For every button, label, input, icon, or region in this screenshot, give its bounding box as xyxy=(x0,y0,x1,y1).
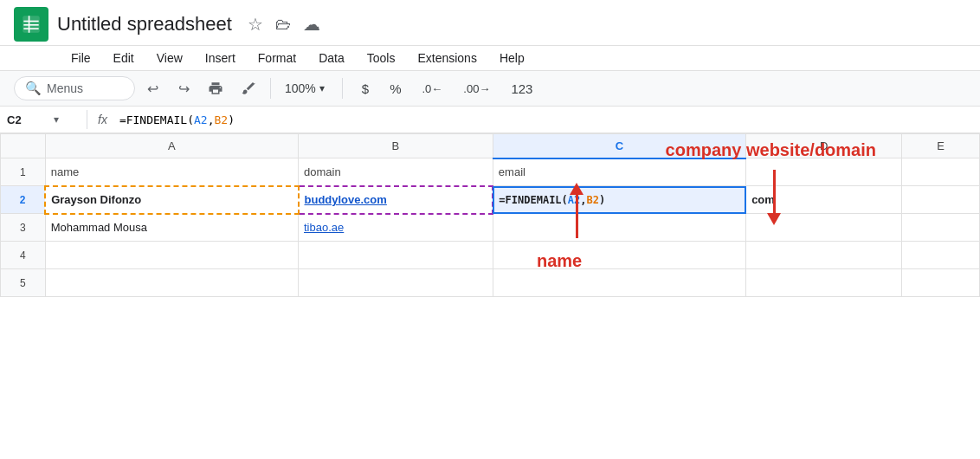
cell-reference-box[interactable]: C2 ▾ xyxy=(7,113,76,126)
app-icon xyxy=(14,7,48,42)
cell-A4[interactable] xyxy=(45,242,298,269)
cell-B3[interactable]: tibao.ae xyxy=(299,214,493,242)
decimal-decrease-button[interactable]: .0← xyxy=(414,79,452,99)
formula-bar: C2 ▾ fx =FINDEMAIL(A2,B2) xyxy=(0,107,980,133)
table-row: 3 Mohammad Mousa tibao.ae xyxy=(1,214,980,242)
search-menus-label: Menus xyxy=(47,81,83,95)
table-row: 2 Grayson Difonzo buddylove.com =FINDEMA… xyxy=(1,186,980,214)
toolbar: 🔍 Menus ↩ ↪ 100% ▾ $ % .0← .00→ 123 xyxy=(0,70,980,107)
cell-D3[interactable] xyxy=(746,214,902,242)
fx-label: fx xyxy=(98,113,107,126)
redo-button[interactable]: ↪ xyxy=(170,77,197,100)
menu-edit[interactable]: Edit xyxy=(103,48,145,68)
cell-D1[interactable] xyxy=(746,158,902,186)
row-num-4: 4 xyxy=(1,242,46,269)
star-icon[interactable]: ☆ xyxy=(248,14,263,35)
row-num-3: 3 xyxy=(1,214,46,242)
app-title: Untitled spreadsheet xyxy=(57,13,232,36)
table-row: 5 xyxy=(1,269,980,297)
print-button[interactable] xyxy=(201,77,230,100)
svg-rect-2 xyxy=(23,24,38,26)
zoom-value: 100% xyxy=(285,81,316,95)
menu-extensions[interactable]: Extensions xyxy=(407,48,487,68)
cell-ref-value: C2 xyxy=(7,113,50,126)
formula-inline-B2: B2 xyxy=(587,194,599,206)
cell-E1[interactable] xyxy=(902,158,980,186)
menu-tools[interactable]: Tools xyxy=(357,48,406,68)
cell-B5[interactable] xyxy=(299,269,493,297)
formula-bar-separator xyxy=(87,110,87,129)
cell-C4[interactable] xyxy=(493,242,745,269)
svg-rect-4 xyxy=(29,16,30,33)
menu-bar: File Edit View Insert Format Data Tools … xyxy=(0,46,980,70)
cell-B4[interactable] xyxy=(299,242,493,269)
toolbar-separator-1 xyxy=(270,78,271,99)
menu-format[interactable]: Format xyxy=(248,48,306,68)
cloud-icon[interactable]: ☁ xyxy=(303,14,320,35)
svg-rect-1 xyxy=(23,21,38,23)
menu-insert[interactable]: Insert xyxy=(195,48,246,68)
spreadsheet-table: A B C D E 1 name domain email xyxy=(0,133,980,297)
cell-C5[interactable] xyxy=(493,269,745,297)
cell-E5[interactable] xyxy=(902,269,980,297)
cell-C3[interactable] xyxy=(493,214,745,242)
folder-icon[interactable]: 🗁 xyxy=(275,16,291,34)
decimal-increase-button[interactable]: .00→ xyxy=(455,79,499,99)
corner-cell xyxy=(1,134,46,158)
format-123-button[interactable]: 123 xyxy=(502,78,541,100)
cell-A1[interactable]: name xyxy=(45,158,298,186)
zoom-control[interactable]: 100% ▾ xyxy=(278,78,332,99)
cell-D2[interactable]: com xyxy=(746,186,902,214)
row-num-1: 1 xyxy=(1,158,46,186)
cell-D4[interactable] xyxy=(746,242,902,269)
svg-rect-3 xyxy=(23,28,38,29)
table-row: 1 name domain email xyxy=(1,158,980,186)
percent-button[interactable]: % xyxy=(381,78,409,100)
col-header-B[interactable]: B xyxy=(299,134,493,158)
column-headers-row: A B C D E xyxy=(1,134,980,158)
col-header-A[interactable]: A xyxy=(45,134,298,158)
col-header-E[interactable]: E xyxy=(902,134,980,158)
formula-A2-ref: A2 xyxy=(194,113,208,126)
menu-data[interactable]: Data xyxy=(308,48,355,68)
currency-button[interactable]: $ xyxy=(353,78,377,100)
cell-A5[interactable] xyxy=(45,269,298,297)
cell-E2[interactable] xyxy=(902,186,980,214)
col-header-C[interactable]: C xyxy=(493,134,745,158)
table-row: 4 xyxy=(1,242,980,269)
spreadsheet-area: company website/domain name xyxy=(0,133,980,297)
cell-ref-dropdown-icon[interactable]: ▾ xyxy=(54,113,59,126)
menu-file[interactable]: File xyxy=(61,48,101,68)
formula-B2-ref: B2 xyxy=(214,113,228,126)
cell-D5[interactable] xyxy=(746,269,902,297)
toolbar-separator-2 xyxy=(342,78,343,99)
undo-button[interactable]: ↩ xyxy=(139,77,166,100)
title-bar: Untitled spreadsheet ☆ 🗁 ☁ xyxy=(0,0,980,46)
col-header-D[interactable]: D xyxy=(746,134,902,158)
cell-B1[interactable]: domain xyxy=(299,158,493,186)
row-num-5: 5 xyxy=(1,269,46,297)
row-num-2: 2 xyxy=(1,186,46,214)
formula-inline-A2: A2 xyxy=(568,194,580,206)
cell-E4[interactable] xyxy=(902,242,980,269)
formula-display: =FINDEMAIL(A2,B2) xyxy=(119,113,235,126)
menu-view[interactable]: View xyxy=(146,48,193,68)
cell-B2[interactable]: buddylove.com xyxy=(299,186,493,214)
search-menus-button[interactable]: 🔍 Menus xyxy=(14,76,135,100)
grid-container: A B C D E 1 name domain email xyxy=(0,133,980,297)
search-icon: 🔍 xyxy=(25,81,42,96)
cell-A3[interactable]: Mohammad Mousa xyxy=(45,214,298,242)
zoom-dropdown-icon: ▾ xyxy=(319,82,325,94)
menu-help[interactable]: Help xyxy=(489,48,535,68)
cell-C1[interactable]: email xyxy=(493,158,745,186)
cell-C2[interactable]: =FINDEMAIL(A2,B2) xyxy=(493,186,745,214)
cell-E3[interactable] xyxy=(902,214,980,242)
paint-format-button[interactable] xyxy=(234,77,263,100)
cell-A2[interactable]: Grayson Difonzo xyxy=(45,186,298,214)
buddylove-link[interactable]: buddylove.com xyxy=(305,193,387,206)
tibao-link[interactable]: tibao.ae xyxy=(304,221,344,234)
